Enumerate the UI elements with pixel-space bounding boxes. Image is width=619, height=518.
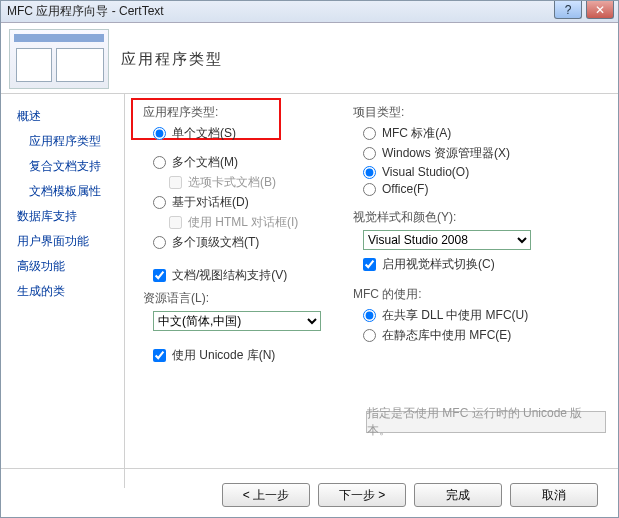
resource-lang-row: 中文(简体,中国) xyxy=(153,311,343,331)
check-enable-style-switch[interactable]: 启用视觉样式切换(C) xyxy=(363,256,593,273)
prev-button[interactable]: < 上一步 xyxy=(222,483,310,507)
radio-multi-doc[interactable]: 多个文档(M) xyxy=(153,154,343,171)
sidebar-item-doc-template[interactable]: 文档模板属性 xyxy=(1,179,124,204)
titlebar-buttons: ? ✕ xyxy=(554,1,614,19)
help-icon: ? xyxy=(565,3,572,17)
footer-divider xyxy=(1,468,618,469)
check-tabbed-doc: 选项卡式文档(B) xyxy=(169,174,343,191)
resource-language-select[interactable]: 中文(简体,中国) xyxy=(153,311,321,331)
sidebar-item-compound-doc[interactable]: 复合文档支持 xyxy=(1,154,124,179)
radio-mfc-static-lib[interactable]: 在静态库中使用 MFC(E) xyxy=(363,327,593,344)
window-title: MFC 应用程序向导 - CertText xyxy=(7,3,164,20)
help-button[interactable]: ? xyxy=(554,1,582,19)
sidebar-item-advanced[interactable]: 高级功能 xyxy=(1,254,124,279)
radio-mfc-shared-dll[interactable]: 在共享 DLL 中使用 MFC(U) xyxy=(363,307,593,324)
wizard-header-icon xyxy=(9,29,109,89)
sidebar: 概述 应用程序类型 复合文档支持 文档模板属性 数据库支持 用户界面功能 高级功… xyxy=(1,94,125,488)
resource-lang-label: 资源语言(L): xyxy=(143,290,343,307)
titlebar: MFC 应用程序向导 - CertText ? ✕ xyxy=(1,1,618,23)
radio-mfc-standard[interactable]: MFC 标准(A) xyxy=(363,125,593,142)
right-column: 项目类型: MFC 标准(A) Windows 资源管理器(X) Visual … xyxy=(353,104,593,347)
sidebar-item-app-type[interactable]: 应用程序类型 xyxy=(1,129,124,154)
page-title: 应用程序类型 xyxy=(121,50,223,69)
visual-style-row: Visual Studio 2008 xyxy=(363,230,593,250)
close-icon: ✕ xyxy=(595,3,605,17)
hint-bar: 指定是否使用 MFC 运行时的 Unicode 版本。 xyxy=(366,411,606,433)
radio-windows-explorer[interactable]: Windows 资源管理器(X) xyxy=(363,145,593,162)
wizard-header: 应用程序类型 xyxy=(1,23,618,94)
radio-dialog-based[interactable]: 基于对话框(D) xyxy=(153,194,343,211)
mfc-use-legend: MFC 的使用: xyxy=(353,286,593,303)
radio-visual-studio[interactable]: Visual Studio(O) xyxy=(363,165,593,179)
project-type-legend: 项目类型: xyxy=(353,104,593,121)
dialog-window: MFC 应用程序向导 - CertText ? ✕ 应用程序类型 概述 应用程序… xyxy=(0,0,619,518)
close-button[interactable]: ✕ xyxy=(586,1,614,19)
check-doc-view-support[interactable]: 文档/视图结构支持(V) xyxy=(153,267,343,284)
visual-style-legend: 视觉样式和颜色(Y): xyxy=(353,209,593,226)
visual-style-select[interactable]: Visual Studio 2008 xyxy=(363,230,531,250)
app-type-legend: 应用程序类型: xyxy=(143,104,343,121)
sidebar-item-ui-features[interactable]: 用户界面功能 xyxy=(1,229,124,254)
footer: < 上一步 下一步 > 完成 取消 xyxy=(1,483,618,507)
radio-multi-top-doc[interactable]: 多个顶级文档(T) xyxy=(153,234,343,251)
radio-single-doc[interactable]: 单个文档(S) xyxy=(153,125,343,142)
next-button[interactable]: 下一步 > xyxy=(318,483,406,507)
cancel-button[interactable]: 取消 xyxy=(510,483,598,507)
left-column: 应用程序类型: 单个文档(S) 多个文档(M) 选项卡式文档(B) 基于对话框(… xyxy=(143,104,343,367)
check-use-html-dialog: 使用 HTML 对话框(I) xyxy=(169,214,343,231)
sidebar-item-overview[interactable]: 概述 xyxy=(1,104,124,129)
finish-button[interactable]: 完成 xyxy=(414,483,502,507)
radio-office[interactable]: Office(F) xyxy=(363,182,593,196)
sidebar-item-generated-classes[interactable]: 生成的类 xyxy=(1,279,124,304)
sidebar-item-database[interactable]: 数据库支持 xyxy=(1,204,124,229)
check-use-unicode[interactable]: 使用 Unicode 库(N) xyxy=(153,347,343,364)
